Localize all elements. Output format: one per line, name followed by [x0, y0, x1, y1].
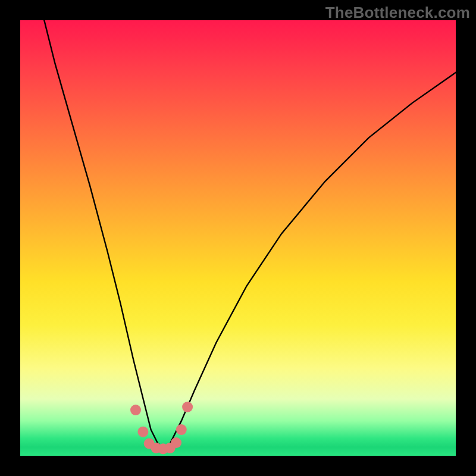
- highlight-dots: [130, 402, 193, 454]
- highlight-dot: [176, 424, 187, 435]
- plot-area: [20, 20, 456, 456]
- bottleneck-curve: [42, 11, 456, 449]
- highlight-dot: [171, 437, 181, 448]
- curve-layer: [20, 20, 456, 456]
- highlight-dot: [182, 402, 193, 412]
- highlight-dot: [130, 405, 141, 415]
- watermark-text: TheBottleneck.com: [325, 4, 470, 22]
- highlight-dot: [137, 427, 148, 437]
- chart-frame: TheBottleneck.com: [0, 0, 476, 476]
